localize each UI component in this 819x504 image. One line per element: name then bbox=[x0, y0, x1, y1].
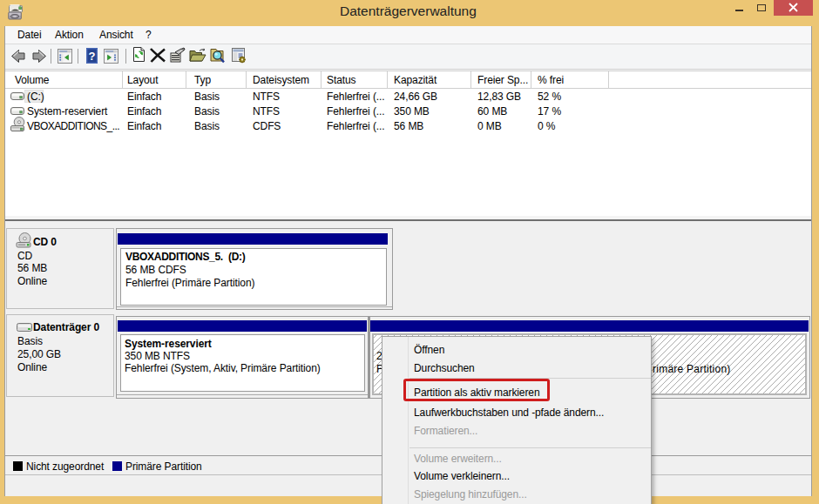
svg-text:?: ? bbox=[89, 50, 96, 63]
